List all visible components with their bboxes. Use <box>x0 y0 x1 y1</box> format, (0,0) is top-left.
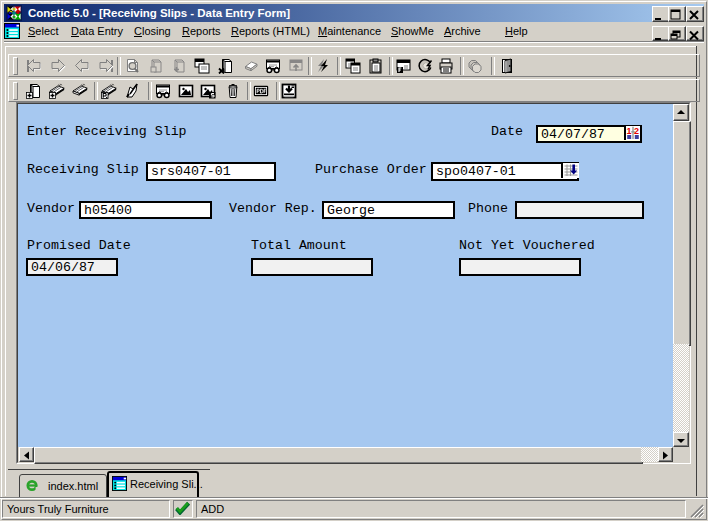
svg-text:1: 1 <box>627 126 632 136</box>
svg-text:2: 2 <box>634 126 639 136</box>
